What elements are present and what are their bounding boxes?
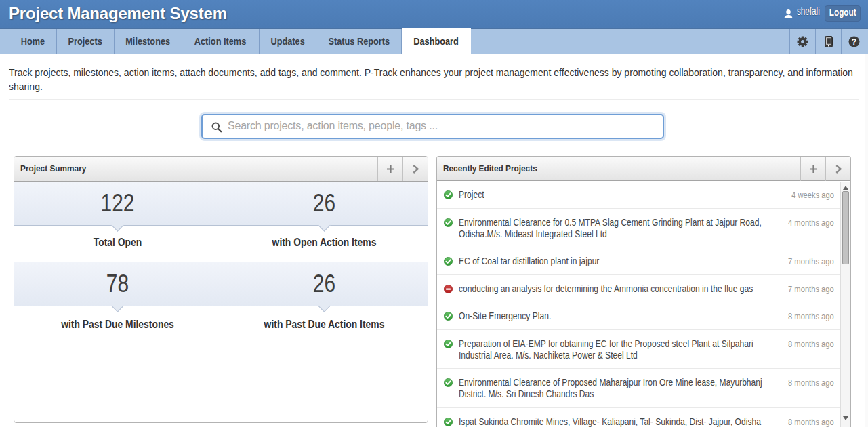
svg-text:?: ? — [852, 37, 856, 46]
